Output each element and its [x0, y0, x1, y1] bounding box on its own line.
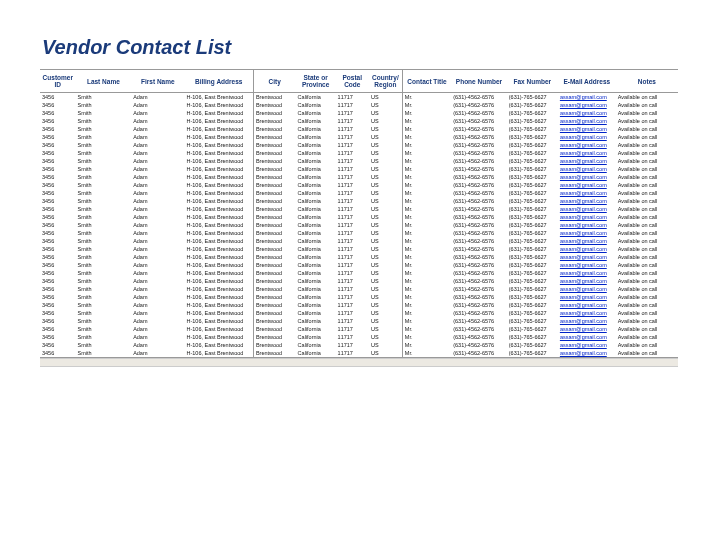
cell-postal: 11717	[336, 213, 369, 221]
cell-customer_id: 3456	[40, 309, 76, 317]
cell-contact_title: Mr.	[402, 341, 451, 349]
cell-first_name: Adam	[131, 293, 184, 301]
table-row: 3456SmithAdamH-106, East BrentwoodBrentw…	[40, 101, 678, 109]
cell-email[interactable]: assam@gmail.com	[558, 285, 616, 293]
cell-email[interactable]: assam@gmail.com	[558, 333, 616, 341]
cell-city: Brentwood	[253, 125, 295, 133]
cell-first_name: Adam	[131, 173, 184, 181]
cell-email[interactable]: assam@gmail.com	[558, 341, 616, 349]
cell-fax: (631)-765-6627	[507, 197, 558, 205]
cell-email[interactable]: assam@gmail.com	[558, 269, 616, 277]
cell-last_name: Smith	[76, 237, 132, 245]
cell-fax: (631)-765-6627	[507, 93, 558, 102]
cell-email[interactable]: assam@gmail.com	[558, 189, 616, 197]
cell-email[interactable]: assam@gmail.com	[558, 149, 616, 157]
cell-city: Brentwood	[253, 229, 295, 237]
cell-last_name: Smith	[76, 293, 132, 301]
cell-country: US	[369, 149, 402, 157]
cell-email[interactable]: assam@gmail.com	[558, 157, 616, 165]
cell-country: US	[369, 237, 402, 245]
cell-postal: 11717	[336, 317, 369, 325]
cell-billing_address: H-106, East Brentwood	[184, 325, 253, 333]
cell-contact_title: Mr.	[402, 301, 451, 309]
cell-email[interactable]: assam@gmail.com	[558, 229, 616, 237]
cell-email[interactable]: assam@gmail.com	[558, 181, 616, 189]
cell-email[interactable]: assam@gmail.com	[558, 93, 616, 102]
cell-first_name: Adam	[131, 149, 184, 157]
cell-email[interactable]: assam@gmail.com	[558, 245, 616, 253]
cell-email[interactable]: assam@gmail.com	[558, 349, 616, 358]
cell-first_name: Adam	[131, 221, 184, 229]
col-header-email: E-Mail Address	[558, 70, 616, 93]
cell-country: US	[369, 341, 402, 349]
cell-phone: (631)-4562-6576	[451, 141, 507, 149]
table-row: 3456SmithAdamH-106, East BrentwoodBrentw…	[40, 277, 678, 285]
cell-last_name: Smith	[76, 341, 132, 349]
vendor-table: Customer IDLast NameFirst NameBilling Ad…	[40, 69, 678, 358]
cell-city: Brentwood	[253, 181, 295, 189]
table-row: 3456SmithAdamH-106, East BrentwoodBrentw…	[40, 237, 678, 245]
cell-email[interactable]: assam@gmail.com	[558, 301, 616, 309]
cell-first_name: Adam	[131, 125, 184, 133]
cell-email[interactable]: assam@gmail.com	[558, 205, 616, 213]
table-row: 3456SmithAdamH-106, East BrentwoodBrentw…	[40, 285, 678, 293]
cell-email[interactable]: assam@gmail.com	[558, 317, 616, 325]
cell-city: Brentwood	[253, 325, 295, 333]
cell-contact_title: Mr.	[402, 229, 451, 237]
cell-country: US	[369, 213, 402, 221]
cell-city: Brentwood	[253, 269, 295, 277]
cell-customer_id: 3456	[40, 181, 76, 189]
cell-last_name: Smith	[76, 133, 132, 141]
cell-country: US	[369, 133, 402, 141]
cell-postal: 11717	[336, 205, 369, 213]
cell-state: California	[296, 93, 336, 102]
cell-contact_title: Mr.	[402, 221, 451, 229]
cell-country: US	[369, 197, 402, 205]
cell-email[interactable]: assam@gmail.com	[558, 165, 616, 173]
cell-postal: 11717	[336, 149, 369, 157]
cell-contact_title: Mr.	[402, 333, 451, 341]
cell-email[interactable]: assam@gmail.com	[558, 117, 616, 125]
cell-email[interactable]: assam@gmail.com	[558, 325, 616, 333]
cell-email[interactable]: assam@gmail.com	[558, 221, 616, 229]
cell-country: US	[369, 157, 402, 165]
cell-email[interactable]: assam@gmail.com	[558, 277, 616, 285]
cell-email[interactable]: assam@gmail.com	[558, 261, 616, 269]
cell-email[interactable]: assam@gmail.com	[558, 101, 616, 109]
cell-state: California	[296, 149, 336, 157]
cell-phone: (631)-4562-6576	[451, 109, 507, 117]
cell-last_name: Smith	[76, 205, 132, 213]
cell-country: US	[369, 101, 402, 109]
cell-last_name: Smith	[76, 269, 132, 277]
cell-last_name: Smith	[76, 101, 132, 109]
cell-email[interactable]: assam@gmail.com	[558, 133, 616, 141]
cell-notes: Available on call	[616, 253, 678, 261]
cell-notes: Available on call	[616, 293, 678, 301]
cell-email[interactable]: assam@gmail.com	[558, 253, 616, 261]
cell-postal: 11717	[336, 237, 369, 245]
cell-email[interactable]: assam@gmail.com	[558, 197, 616, 205]
cell-phone: (631)-4562-6576	[451, 253, 507, 261]
cell-phone: (631)-4562-6576	[451, 229, 507, 237]
cell-customer_id: 3456	[40, 197, 76, 205]
cell-city: Brentwood	[253, 285, 295, 293]
cell-email[interactable]: assam@gmail.com	[558, 109, 616, 117]
cell-email[interactable]: assam@gmail.com	[558, 309, 616, 317]
cell-email[interactable]: assam@gmail.com	[558, 141, 616, 149]
cell-customer_id: 3456	[40, 333, 76, 341]
footer-band	[40, 358, 678, 366]
cell-postal: 11717	[336, 333, 369, 341]
cell-email[interactable]: assam@gmail.com	[558, 125, 616, 133]
cell-postal: 11717	[336, 181, 369, 189]
table-row: 3456SmithAdamH-106, East BrentwoodBrentw…	[40, 221, 678, 229]
table-row: 3456SmithAdamH-106, East BrentwoodBrentw…	[40, 205, 678, 213]
cell-billing_address: H-106, East Brentwood	[184, 141, 253, 149]
cell-postal: 11717	[336, 101, 369, 109]
cell-email[interactable]: assam@gmail.com	[558, 213, 616, 221]
cell-last_name: Smith	[76, 333, 132, 341]
cell-email[interactable]: assam@gmail.com	[558, 173, 616, 181]
cell-email[interactable]: assam@gmail.com	[558, 237, 616, 245]
cell-notes: Available on call	[616, 333, 678, 341]
cell-notes: Available on call	[616, 173, 678, 181]
cell-email[interactable]: assam@gmail.com	[558, 293, 616, 301]
